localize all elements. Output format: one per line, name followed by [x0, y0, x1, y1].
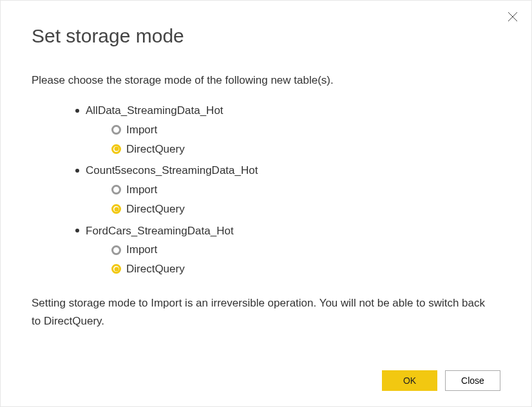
- options-list: Import DirectQuery: [111, 240, 500, 279]
- table-item: FordCars_StreamingData_Hot Import Direct…: [75, 222, 500, 279]
- table-item: AllData_StreamingData_Hot Import DirectQ…: [75, 101, 500, 158]
- option-label: DirectQuery: [126, 140, 185, 159]
- table-name-row: Count5secons_StreamingData_Hot: [75, 161, 500, 180]
- radio-icon: [111, 264, 121, 274]
- table-name: Count5secons_StreamingData_Hot: [86, 161, 258, 180]
- table-name: AllData_StreamingData_Hot: [86, 101, 223, 120]
- bullet-icon: [75, 109, 79, 113]
- dialog-title: Set storage mode: [32, 25, 500, 47]
- options-list: Import DirectQuery: [111, 120, 500, 159]
- radio-icon: [111, 245, 121, 255]
- option-label: Import: [126, 180, 157, 200]
- radio-icon: [111, 204, 121, 214]
- radio-icon: [111, 125, 121, 135]
- option-label: DirectQuery: [126, 260, 185, 279]
- close-button[interactable]: Close: [445, 370, 500, 391]
- option-label: DirectQuery: [126, 200, 185, 219]
- option-label: Import: [126, 120, 157, 140]
- table-item: Count5secons_StreamingData_Hot Import Di…: [75, 161, 500, 218]
- warning-text: Setting storage mode to Import is an irr…: [32, 294, 495, 330]
- table-name: FordCars_StreamingData_Hot: [86, 222, 234, 241]
- options-list: Import DirectQuery: [111, 180, 500, 219]
- bullet-icon: [75, 229, 79, 232]
- table-name-row: AllData_StreamingData_Hot: [75, 101, 500, 120]
- tables-list: AllData_StreamingData_Hot Import DirectQ…: [75, 101, 500, 279]
- table-name-row: FordCars_StreamingData_Hot: [75, 222, 500, 241]
- bullet-icon: [75, 169, 79, 173]
- set-storage-mode-dialog: Set storage mode Please choose the stora…: [0, 0, 532, 407]
- option-directquery[interactable]: DirectQuery: [111, 140, 500, 159]
- radio-icon: [111, 144, 121, 154]
- option-import[interactable]: Import: [111, 240, 500, 260]
- option-label: Import: [126, 240, 157, 260]
- option-directquery[interactable]: DirectQuery: [111, 200, 500, 219]
- radio-icon: [111, 185, 121, 194]
- dialog-footer: OK Close: [382, 370, 500, 391]
- option-directquery[interactable]: DirectQuery: [111, 260, 500, 279]
- option-import[interactable]: Import: [111, 120, 500, 140]
- close-icon[interactable]: [506, 10, 520, 24]
- option-import[interactable]: Import: [111, 180, 500, 200]
- ok-button[interactable]: OK: [382, 370, 437, 391]
- dialog-intro: Please choose the storage mode of the fo…: [32, 74, 500, 87]
